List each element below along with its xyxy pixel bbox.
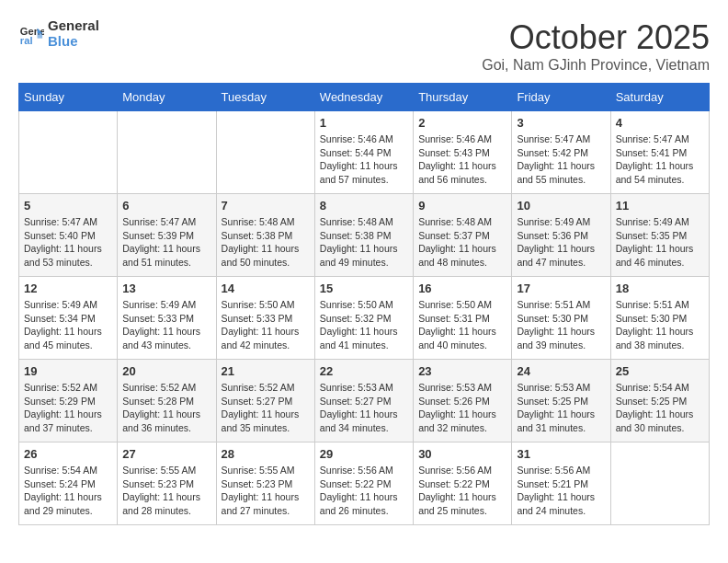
calendar-cell: 13Sunrise: 5:49 AM Sunset: 5:33 PM Dayli… [118, 277, 216, 360]
day-number: 21 [222, 364, 310, 378]
calendar-cell: 6Sunrise: 5:47 AM Sunset: 5:39 PM Daylig… [118, 194, 216, 277]
calendar-week-row: 19Sunrise: 5:52 AM Sunset: 5:29 PM Dayli… [19, 360, 710, 442]
calendar-cell [610, 442, 709, 525]
day-detail: Sunrise: 5:47 AM Sunset: 5:41 PM Dayligh… [616, 132, 704, 187]
calendar-cell: 11Sunrise: 5:49 AM Sunset: 5:35 PM Dayli… [610, 194, 709, 277]
day-number: 9 [418, 199, 506, 213]
weekday-header: Sunday [19, 84, 118, 111]
day-number: 6 [122, 199, 210, 213]
calendar-cell: 18Sunrise: 5:51 AM Sunset: 5:30 PM Dayli… [610, 277, 709, 360]
day-detail: Sunrise: 5:52 AM Sunset: 5:29 PM Dayligh… [24, 381, 112, 435]
calendar-cell: 9Sunrise: 5:48 AM Sunset: 5:37 PM Daylig… [414, 194, 512, 277]
calendar-cell [19, 111, 118, 194]
weekday-header: Friday [512, 84, 610, 111]
day-number: 27 [122, 447, 210, 461]
weekday-header: Monday [118, 84, 216, 111]
svg-text:ral: ral [20, 35, 33, 46]
day-number: 20 [122, 364, 210, 378]
day-detail: Sunrise: 5:53 AM Sunset: 5:26 PM Dayligh… [418, 381, 506, 435]
day-number: 12 [24, 282, 112, 295]
day-detail: Sunrise: 5:54 AM Sunset: 5:25 PM Dayligh… [616, 381, 704, 435]
day-number: 17 [517, 282, 605, 295]
svg-marker-3 [38, 33, 43, 39]
calendar-cell: 15Sunrise: 5:50 AM Sunset: 5:32 PM Dayli… [314, 277, 413, 360]
calendar-cell: 21Sunrise: 5:52 AM Sunset: 5:27 PM Dayli… [216, 360, 314, 442]
weekday-header: Saturday [610, 84, 709, 111]
weekday-header: Thursday [414, 84, 512, 111]
day-detail: Sunrise: 5:49 AM Sunset: 5:33 PM Dayligh… [122, 298, 210, 352]
calendar-cell: 22Sunrise: 5:53 AM Sunset: 5:27 PM Dayli… [314, 360, 413, 442]
weekday-header: Tuesday [216, 84, 314, 111]
day-number: 11 [616, 199, 704, 213]
calendar-cell: 24Sunrise: 5:53 AM Sunset: 5:25 PM Dayli… [512, 360, 610, 442]
day-detail: Sunrise: 5:50 AM Sunset: 5:33 PM Dayligh… [222, 298, 310, 352]
day-number: 13 [122, 282, 210, 295]
logo-line1: General [48, 18, 99, 34]
day-detail: Sunrise: 5:52 AM Sunset: 5:28 PM Dayligh… [122, 381, 210, 435]
day-number: 15 [320, 282, 408, 295]
calendar-cell [216, 111, 314, 194]
day-detail: Sunrise: 5:52 AM Sunset: 5:27 PM Dayligh… [222, 381, 310, 435]
calendar-week-row: 1Sunrise: 5:46 AM Sunset: 5:44 PM Daylig… [19, 111, 710, 194]
day-detail: Sunrise: 5:50 AM Sunset: 5:32 PM Dayligh… [320, 298, 408, 352]
calendar-cell: 31Sunrise: 5:56 AM Sunset: 5:21 PM Dayli… [512, 442, 610, 525]
day-detail: Sunrise: 5:55 AM Sunset: 5:23 PM Dayligh… [222, 464, 310, 518]
calendar-cell: 10Sunrise: 5:49 AM Sunset: 5:36 PM Dayli… [512, 194, 610, 277]
calendar-cell [118, 111, 216, 194]
calendar-cell: 5Sunrise: 5:47 AM Sunset: 5:40 PM Daylig… [19, 194, 118, 277]
month-title: October 2025 [482, 18, 710, 57]
calendar-cell: 29Sunrise: 5:56 AM Sunset: 5:22 PM Dayli… [314, 442, 413, 525]
calendar-cell: 4Sunrise: 5:47 AM Sunset: 5:41 PM Daylig… [610, 111, 709, 194]
day-detail: Sunrise: 5:54 AM Sunset: 5:24 PM Dayligh… [24, 464, 112, 518]
calendar-cell: 12Sunrise: 5:49 AM Sunset: 5:34 PM Dayli… [19, 277, 118, 360]
calendar-cell: 27Sunrise: 5:55 AM Sunset: 5:23 PM Dayli… [118, 442, 216, 525]
calendar-cell: 20Sunrise: 5:52 AM Sunset: 5:28 PM Dayli… [118, 360, 216, 442]
day-number: 5 [24, 199, 112, 213]
day-detail: Sunrise: 5:51 AM Sunset: 5:30 PM Dayligh… [616, 298, 704, 352]
day-detail: Sunrise: 5:47 AM Sunset: 5:39 PM Dayligh… [122, 215, 210, 270]
day-detail: Sunrise: 5:51 AM Sunset: 5:30 PM Dayligh… [517, 298, 605, 352]
day-detail: Sunrise: 5:46 AM Sunset: 5:43 PM Dayligh… [418, 132, 506, 187]
logo-line2: Blue [48, 34, 99, 50]
day-detail: Sunrise: 5:49 AM Sunset: 5:34 PM Dayligh… [24, 298, 112, 352]
day-number: 31 [517, 447, 605, 461]
weekday-header: Wednesday [314, 84, 413, 111]
calendar-cell: 2Sunrise: 5:46 AM Sunset: 5:43 PM Daylig… [414, 111, 512, 194]
calendar-cell: 23Sunrise: 5:53 AM Sunset: 5:26 PM Dayli… [414, 360, 512, 442]
day-number: 8 [320, 199, 408, 213]
calendar-cell: 17Sunrise: 5:51 AM Sunset: 5:30 PM Dayli… [512, 277, 610, 360]
day-number: 2 [418, 116, 506, 130]
day-detail: Sunrise: 5:47 AM Sunset: 5:42 PM Dayligh… [517, 132, 605, 187]
day-number: 3 [517, 116, 605, 130]
day-detail: Sunrise: 5:53 AM Sunset: 5:25 PM Dayligh… [517, 381, 605, 435]
day-number: 23 [418, 364, 506, 378]
day-detail: Sunrise: 5:48 AM Sunset: 5:37 PM Dayligh… [418, 215, 506, 270]
logo: Gene ral General Blue [18, 18, 99, 49]
calendar-cell: 3Sunrise: 5:47 AM Sunset: 5:42 PM Daylig… [512, 111, 610, 194]
day-detail: Sunrise: 5:56 AM Sunset: 5:22 PM Dayligh… [418, 464, 506, 518]
day-number: 18 [616, 282, 704, 295]
day-number: 4 [616, 116, 704, 130]
calendar-week-row: 12Sunrise: 5:49 AM Sunset: 5:34 PM Dayli… [19, 277, 710, 360]
day-number: 10 [517, 199, 605, 213]
day-number: 29 [320, 447, 408, 461]
day-detail: Sunrise: 5:49 AM Sunset: 5:36 PM Dayligh… [517, 215, 605, 270]
day-number: 1 [320, 116, 408, 130]
day-detail: Sunrise: 5:53 AM Sunset: 5:27 PM Dayligh… [320, 381, 408, 435]
calendar-cell: 30Sunrise: 5:56 AM Sunset: 5:22 PM Dayli… [414, 442, 512, 525]
calendar-week-row: 5Sunrise: 5:47 AM Sunset: 5:40 PM Daylig… [19, 194, 710, 277]
calendar-header-row: SundayMondayTuesdayWednesdayThursdayFrid… [19, 84, 710, 111]
day-number: 30 [418, 447, 506, 461]
day-detail: Sunrise: 5:48 AM Sunset: 5:38 PM Dayligh… [222, 215, 310, 270]
day-number: 24 [517, 364, 605, 378]
day-number: 19 [24, 364, 112, 378]
calendar-cell: 8Sunrise: 5:48 AM Sunset: 5:38 PM Daylig… [314, 194, 413, 277]
day-number: 14 [222, 282, 310, 295]
calendar-cell: 25Sunrise: 5:54 AM Sunset: 5:25 PM Dayli… [610, 360, 709, 442]
calendar-cell: 26Sunrise: 5:54 AM Sunset: 5:24 PM Dayli… [19, 442, 118, 525]
day-detail: Sunrise: 5:56 AM Sunset: 5:21 PM Dayligh… [517, 464, 605, 518]
location-title: Goi, Nam GJinh Province, Vietnam [482, 57, 710, 74]
day-number: 25 [616, 364, 704, 378]
calendar-week-row: 26Sunrise: 5:54 AM Sunset: 5:24 PM Dayli… [19, 442, 710, 525]
day-detail: Sunrise: 5:47 AM Sunset: 5:40 PM Dayligh… [24, 215, 112, 270]
